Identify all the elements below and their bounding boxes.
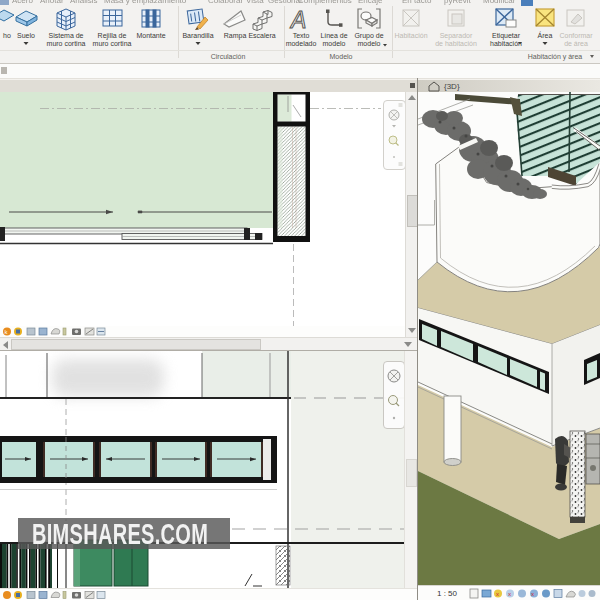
svg-text:Rampa: Rampa bbox=[224, 32, 247, 40]
svg-text:Circulación: Circulación bbox=[211, 53, 246, 60]
svg-text:Texto: Texto bbox=[293, 32, 310, 39]
svg-text:Habitación y área: Habitación y área bbox=[528, 53, 583, 61]
svg-text:Suelo: Suelo bbox=[17, 32, 35, 39]
svg-text:Encaje: Encaje bbox=[358, 0, 383, 5]
svg-text:Análisis: Análisis bbox=[70, 0, 98, 5]
svg-text:Línea de: Línea de bbox=[320, 32, 347, 39]
svg-text:Vista: Vista bbox=[246, 0, 264, 5]
svg-text:Acero: Acero bbox=[12, 0, 33, 5]
svg-text:modelo: modelo bbox=[358, 40, 381, 47]
svg-text:pyRevit: pyRevit bbox=[444, 0, 471, 5]
svg-text:Masa y emplazamiento: Masa y emplazamiento bbox=[104, 0, 187, 5]
svg-text:Rejilla de: Rejilla de bbox=[98, 32, 127, 40]
svg-text:Separador: Separador bbox=[440, 32, 473, 40]
svg-text:Habitación: Habitación bbox=[394, 32, 427, 39]
svg-text:ho: ho bbox=[3, 32, 11, 39]
svg-text:x: x bbox=[531, 591, 534, 597]
svg-text:Área: Área bbox=[538, 31, 553, 39]
svg-text:Barandilla: Barandilla bbox=[182, 32, 213, 39]
svg-text:habitación: habitación bbox=[490, 40, 522, 47]
svg-text:Etiquetar: Etiquetar bbox=[492, 32, 521, 40]
svg-text:Escalera: Escalera bbox=[248, 32, 275, 39]
svg-text:Modificar: Modificar bbox=[483, 0, 516, 5]
svg-text:x: x bbox=[496, 591, 499, 597]
svg-text:x: x bbox=[508, 591, 511, 597]
svg-text:muro cortina: muro cortina bbox=[93, 40, 132, 47]
svg-text:de área: de área bbox=[564, 40, 588, 47]
svg-text:En tacto: En tacto bbox=[402, 0, 432, 5]
svg-text:Modelo: Modelo bbox=[330, 53, 353, 60]
svg-text:Anotar: Anotar bbox=[40, 0, 64, 5]
svg-text:de habitación: de habitación bbox=[435, 40, 477, 47]
svg-text:A: A bbox=[289, 7, 306, 33]
svg-text:Sistema de: Sistema de bbox=[48, 32, 83, 39]
svg-text:modelo: modelo bbox=[323, 40, 346, 47]
svg-text:Colaborar: Colaborar bbox=[208, 0, 243, 5]
svg-text:muro cortina: muro cortina bbox=[47, 40, 86, 47]
svg-text:Complementos: Complementos bbox=[298, 0, 352, 5]
svg-text:modelado: modelado bbox=[286, 40, 317, 47]
svg-text:Grupo de: Grupo de bbox=[354, 32, 383, 40]
svg-text:Conformar: Conformar bbox=[559, 32, 593, 39]
svg-text:Montante: Montante bbox=[136, 32, 165, 39]
